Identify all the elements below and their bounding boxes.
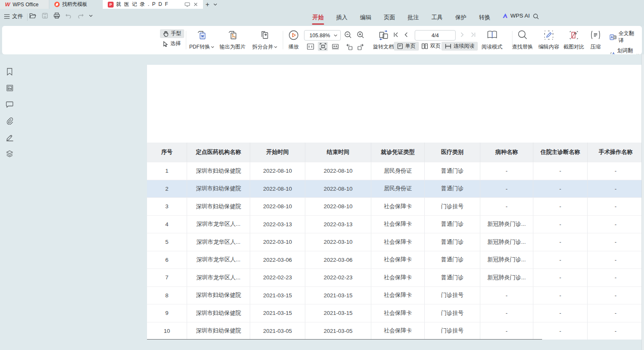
rotate-right-icon[interactable]	[356, 42, 366, 51]
pdf-page[interactable]: 序号定点医药机构名称开始时间结束时间就诊凭证类型医疗类别病种名称住院主诊断名称手…	[147, 65, 641, 340]
fit-width-icon[interactable]	[318, 42, 328, 51]
table-cell: 社会保障卡	[371, 269, 425, 286]
table-cell: -	[533, 304, 588, 322]
thumbnail-icon[interactable]	[5, 84, 14, 92]
table-cell: 新冠肺炎门诊...	[480, 269, 533, 286]
table-cell: -	[533, 251, 588, 269]
table-cell: 10	[147, 322, 187, 340]
zoom-out-icon[interactable]	[344, 31, 352, 39]
table-bottom-border	[147, 339, 542, 340]
wps-ai-button[interactable]: WPS AI	[498, 13, 534, 19]
new-tab-button[interactable]: +	[203, 0, 212, 9]
edit-content-button[interactable]: 编辑内容	[536, 29, 561, 51]
first-page-icon[interactable]	[393, 32, 399, 38]
find-replace-button[interactable]: 查找替换	[510, 29, 535, 51]
read-mode-button[interactable]: 阅读模式	[479, 29, 505, 51]
table-row: 5深圳市龙华区人...2022-03-102022-03-10社会保障卡普通门诊…	[147, 233, 641, 251]
tab-document[interactable]: P 就医记录.PDF	[103, 0, 203, 9]
page-number-input[interactable]: 4/4	[415, 30, 456, 41]
table-cell: 新冠肺炎门诊...	[480, 233, 533, 251]
open-file-icon[interactable]	[29, 13, 36, 19]
export-image-button[interactable]: 输出为图片	[218, 29, 248, 51]
save-icon[interactable]	[42, 13, 48, 19]
tab-wps-office[interactable]: W WPS Office	[0, 0, 49, 9]
fit-page-icon[interactable]	[330, 42, 340, 51]
table-row: 8深圳市妇幼保健院2021-03-152021-03-15社会保障卡门诊挂号--…	[147, 286, 641, 304]
vertical-scrollbar[interactable]	[641, 54, 644, 350]
close-icon[interactable]	[193, 2, 198, 7]
ribbon-tab[interactable]: 开始	[306, 9, 330, 26]
table-header-row: 序号定点医药机构名称开始时间结束时间就诊凭证类型医疗类别病种名称住院主诊断名称手…	[147, 143, 641, 162]
header-cell: 开始时间	[250, 143, 305, 162]
table-cell: 2021-03-15	[305, 287, 371, 304]
toolbar-panel: 手型 选择 PDF转换 输出为图片 拆分合并 播放 105.88% 旋转文档	[2, 26, 642, 54]
full-translate-label: 全文翻译	[619, 30, 639, 44]
find-replace-label: 查找替换	[512, 43, 533, 51]
ribbon-tab[interactable]: 页面	[378, 9, 401, 26]
split-merge-icon	[259, 30, 270, 41]
bookmark-icon[interactable]	[5, 67, 14, 76]
table-cell: 5	[147, 233, 187, 251]
split-merge-button[interactable]: 拆分合并	[249, 29, 280, 51]
table-cell: -	[588, 322, 641, 340]
table-row: 10深圳市妇幼保健院2021-03-052021-03-05社会保障卡门诊挂号-…	[147, 322, 641, 340]
signature-pen-icon[interactable]	[5, 133, 14, 141]
header-cell: 结束时间	[305, 143, 371, 162]
pdf-convert-button[interactable]: PDF转换	[188, 29, 216, 51]
quick-access-chevron-icon[interactable]	[89, 15, 93, 17]
table-cell: -	[480, 180, 533, 198]
zoom-level-select[interactable]: 105.88%	[304, 30, 341, 41]
table-cell: -	[588, 269, 641, 286]
print-icon[interactable]	[53, 13, 60, 19]
compress-icon	[590, 30, 601, 40]
table-cell: 1	[147, 162, 187, 180]
table-cell: -	[588, 198, 641, 215]
compress-button[interactable]: 压缩	[587, 29, 604, 51]
actual-size-icon[interactable]	[305, 42, 315, 51]
ribbon-tab[interactable]: 编辑	[354, 9, 378, 26]
ribbon-tabs: 开始插入编辑页面批注工具保护转换	[306, 9, 497, 26]
redo-icon[interactable]	[77, 13, 84, 18]
tab-docer-templates[interactable]: 找稻壳模板	[49, 0, 103, 9]
ribbon-search-icon[interactable]	[530, 13, 543, 20]
ribbon-tab[interactable]: 批注	[401, 9, 425, 26]
ribbon-tab[interactable]: 保护	[449, 9, 473, 26]
ribbon-tab[interactable]: 工具	[425, 9, 449, 26]
table-cell: 门诊挂号	[425, 198, 480, 215]
ribbon-tab[interactable]: 插入	[330, 9, 354, 26]
last-page-icon[interactable]	[470, 32, 476, 38]
double-page-label: 双页	[430, 43, 441, 50]
screenshot-compare-button[interactable]: 截图对比	[561, 29, 586, 51]
header-cell: 手术操作名称	[588, 143, 641, 162]
table-cell: -	[480, 287, 533, 304]
undo-icon[interactable]	[66, 13, 72, 18]
tab-list-chevron-icon[interactable]	[212, 0, 219, 9]
rotate-left-icon[interactable]	[344, 42, 354, 51]
table-cell: 居民身份证	[371, 162, 425, 180]
previous-page-icon[interactable]	[404, 32, 408, 38]
table-cell: -	[533, 162, 588, 180]
table-cell: 9	[147, 304, 187, 322]
play-button[interactable]: 播放	[284, 29, 303, 51]
hamburger-icon	[4, 14, 10, 19]
comment-icon[interactable]	[5, 100, 14, 109]
header-cell: 序号	[147, 143, 187, 162]
zoom-in-icon[interactable]	[357, 31, 365, 39]
hand-tool-button[interactable]: 手型	[160, 29, 184, 38]
file-menu[interactable]: 文件	[4, 13, 23, 20]
docer-logo-icon	[54, 2, 60, 7]
continuous-reading-toggle[interactable]: 连续阅读	[441, 42, 478, 51]
select-tool-button[interactable]: 选择	[160, 39, 184, 48]
full-translate-button[interactable]: 全文翻译	[607, 29, 642, 45]
table-cell: 普通门诊	[425, 162, 480, 180]
table-cell: -	[588, 180, 641, 198]
single-page-toggle[interactable]: 单页	[394, 42, 419, 51]
table-cell: 2022-03-13	[305, 216, 371, 233]
table-body: 1深圳市妇幼保健院2022-08-102022-08-10居民身份证普通门诊--…	[147, 162, 641, 340]
attachment-icon[interactable]	[5, 117, 14, 125]
ribbon-tab[interactable]: 转换	[473, 9, 497, 26]
monitor-icon[interactable]	[185, 2, 190, 7]
next-page-icon[interactable]	[460, 32, 464, 38]
pdf-file-icon: P	[108, 2, 114, 8]
layers-icon[interactable]	[5, 150, 14, 158]
